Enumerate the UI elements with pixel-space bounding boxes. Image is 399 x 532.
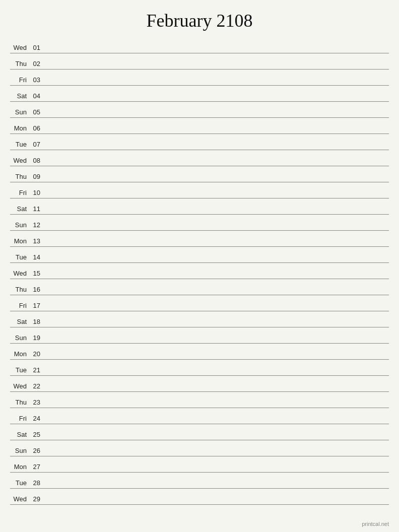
day-name: Tue: [10, 366, 29, 374]
day-row: Sat18: [10, 311, 389, 327]
day-line: [43, 373, 389, 374]
day-line: [43, 357, 389, 358]
day-line: [43, 180, 389, 180]
day-number: 17: [29, 302, 43, 309]
day-name: Sat: [10, 431, 29, 438]
day-row: Sat04: [10, 86, 389, 102]
day-row: Wed22: [10, 376, 389, 392]
day-line: [43, 438, 389, 438]
day-line: [43, 148, 389, 148]
day-number: 29: [29, 495, 43, 503]
day-row: Thu02: [10, 53, 389, 70]
day-line: [43, 51, 389, 51]
day-row: Wed29: [10, 489, 389, 505]
day-line: [43, 196, 389, 196]
day-line: [43, 325, 389, 325]
day-row: Wed08: [10, 150, 389, 166]
day-line: [43, 67, 389, 68]
day-name: Thu: [10, 398, 29, 406]
day-name: Sun: [10, 447, 29, 454]
day-name: Mon: [10, 237, 29, 245]
day-row: Sat25: [10, 424, 389, 440]
day-line: [43, 293, 389, 293]
day-name: Wed: [10, 270, 29, 277]
day-name: Sun: [10, 108, 29, 116]
day-name: Sun: [10, 221, 29, 229]
day-line: [43, 454, 389, 454]
day-name: Sat: [10, 205, 29, 213]
day-line: [43, 115, 389, 116]
day-number: 01: [29, 44, 43, 51]
day-number: 16: [29, 286, 43, 293]
day-line: [43, 502, 389, 503]
day-name: Wed: [10, 495, 29, 503]
day-row: Sat11: [10, 198, 389, 215]
day-number: 28: [29, 479, 43, 487]
day-name: Sat: [10, 318, 29, 325]
day-row: Thu23: [10, 392, 389, 408]
day-line: [43, 341, 389, 342]
day-row: Mon06: [10, 118, 389, 134]
day-name: Thu: [10, 60, 29, 68]
day-line: [43, 131, 389, 132]
day-line: [43, 389, 389, 390]
day-row: Fri24: [10, 408, 389, 424]
day-row: Tue21: [10, 360, 389, 376]
day-row: Tue14: [10, 247, 389, 263]
day-line: [43, 260, 389, 261]
day-line: [43, 406, 389, 406]
day-name: Tue: [10, 253, 29, 261]
day-row: Sun05: [10, 102, 389, 118]
day-name: Mon: [10, 350, 29, 358]
day-number: 24: [29, 415, 43, 422]
day-name: Sat: [10, 92, 29, 100]
day-row: Fri17: [10, 295, 389, 311]
day-number: 11: [29, 205, 43, 213]
day-name: Fri: [10, 415, 29, 422]
day-line: [43, 422, 389, 422]
day-name: Thu: [10, 173, 29, 180]
day-name: Mon: [10, 124, 29, 132]
day-name: Fri: [10, 302, 29, 309]
page-title: February 2108: [10, 5, 389, 35]
day-number: 18: [29, 318, 43, 325]
calendar-rows: Wed01Thu02Fri03Sat04Sun05Mon06Tue07Wed08…: [10, 37, 389, 505]
day-row: Wed01: [10, 37, 389, 53]
day-number: 04: [29, 92, 43, 100]
day-row: Thu16: [10, 279, 389, 295]
day-number: 15: [29, 270, 43, 277]
day-name: Wed: [10, 157, 29, 164]
day-name: Wed: [10, 382, 29, 390]
day-line: [43, 83, 389, 84]
day-line: [43, 164, 389, 164]
day-number: 19: [29, 334, 43, 342]
day-row: Sun19: [10, 327, 389, 344]
day-row: Tue07: [10, 134, 389, 150]
day-number: 20: [29, 350, 43, 358]
day-number: 08: [29, 157, 43, 164]
day-line: [43, 470, 389, 471]
page: February 2108 Wed01Thu02Fri03Sat04Sun05M…: [0, 0, 399, 532]
day-number: 12: [29, 221, 43, 229]
day-number: 21: [29, 366, 43, 374]
day-line: [43, 277, 389, 277]
day-line: [43, 212, 389, 213]
day-row: Mon27: [10, 456, 389, 473]
day-row: Wed15: [10, 263, 389, 279]
day-number: 03: [29, 76, 43, 84]
day-number: 26: [29, 447, 43, 454]
day-row: Tue28: [10, 473, 389, 489]
day-number: 25: [29, 431, 43, 438]
day-number: 05: [29, 108, 43, 116]
day-number: 10: [29, 189, 43, 196]
day-name: Sun: [10, 334, 29, 342]
day-number: 27: [29, 463, 43, 471]
day-name: Fri: [10, 76, 29, 84]
day-number: 02: [29, 60, 43, 68]
day-row: Fri03: [10, 70, 389, 86]
day-number: 22: [29, 382, 43, 390]
day-name: Thu: [10, 286, 29, 293]
day-number: 13: [29, 237, 43, 245]
day-line: [43, 99, 389, 100]
day-number: 06: [29, 124, 43, 132]
